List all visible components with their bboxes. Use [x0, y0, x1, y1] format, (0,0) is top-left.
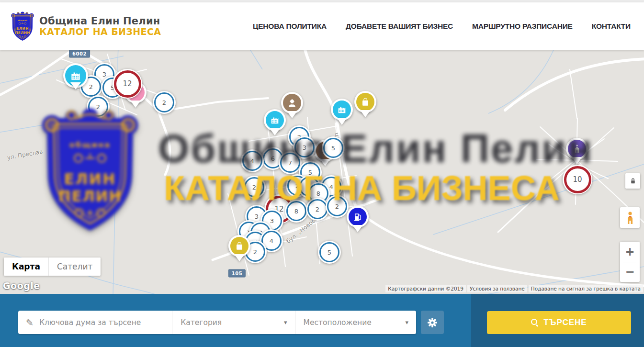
- search-button-label: ТЪРСЕНЕ: [543, 318, 587, 327]
- factory-pin[interactable]: [63, 63, 88, 88]
- map-attribution: Картографски данни ©2019Условия за ползв…: [385, 285, 643, 292]
- road-badge: 105: [228, 269, 246, 278]
- attribution-link[interactable]: Подаване на сигнал за грешка в картата: [529, 285, 643, 292]
- keyword-search-input[interactable]: [38, 318, 172, 327]
- factory-icon: [65, 65, 86, 86]
- cluster-marker[interactable]: 5: [322, 136, 345, 159]
- factory-pin[interactable]: [331, 99, 353, 121]
- svg-text:ПЕЛИН: ПЕЛИН: [15, 31, 30, 35]
- zoom-out-button[interactable]: −: [620, 262, 640, 282]
- gear-icon: [427, 317, 438, 328]
- category-dropdown[interactable]: Категория ▾: [172, 311, 294, 334]
- factory-icon: [333, 101, 351, 119]
- nav-item[interactable]: КОНТАКТИ: [592, 22, 631, 31]
- road-badge: 6002: [69, 50, 90, 58]
- map-type-map-button[interactable]: Карта: [4, 257, 48, 276]
- cluster-marker[interactable]: 2: [326, 195, 349, 218]
- zoom-control: + −: [620, 242, 640, 282]
- lock-button[interactable]: [625, 173, 640, 189]
- shopping-icon: [356, 93, 374, 111]
- pegman-button[interactable]: [620, 207, 640, 228]
- fuel-icon: [349, 208, 367, 226]
- logo-title: Община Елин Пелин: [39, 15, 161, 27]
- settings-button[interactable]: [421, 311, 444, 334]
- search-bar: ✎ Категория ▾ Местоположение ▾ ТЪРСЕНЕ: [0, 294, 644, 347]
- zoom-in-button[interactable]: +: [620, 242, 640, 262]
- map-canvas[interactable]: 6002105ул. Преславбул. „Новоселцици32512…: [0, 50, 644, 294]
- worker-pin[interactable]: [281, 92, 303, 114]
- pencil-icon: ✎: [26, 317, 34, 328]
- attribution-link[interactable]: Условия за ползване: [467, 285, 527, 292]
- search-button[interactable]: ТЪРСЕНЕ: [487, 311, 631, 334]
- nav-item[interactable]: ЦЕНОВА ПОЛИТИКА: [253, 22, 327, 31]
- shopping-pin[interactable]: [354, 91, 376, 113]
- category-dropdown-label: Категория: [181, 318, 284, 327]
- cluster-marker[interactable]: 5: [318, 241, 341, 264]
- header: община ЕЛИН ПЕЛИН Община Елин Пелин КАТА…: [0, 2, 644, 50]
- location-dropdown-label: Местоположение: [304, 318, 406, 327]
- map-type-satellite-button[interactable]: Сателит: [48, 257, 101, 276]
- nav-item[interactable]: ДОБАВЕТЕ ВАШИЯТ БИЗНЕС: [346, 22, 453, 31]
- google-logo[interactable]: Google: [3, 280, 40, 291]
- shopping-icon: [230, 237, 249, 255]
- shopping-pin[interactable]: [228, 235, 250, 257]
- lock-icon: [629, 177, 637, 185]
- chevron-down-icon: ▾: [405, 319, 408, 326]
- logo-subtitle: КАТАЛОГ НА БИЗНЕСА: [39, 27, 161, 37]
- cluster-marker[interactable]: 2: [243, 176, 266, 199]
- main-nav: ЦЕНОВА ПОЛИТИКАДОБАВЕТЕ ВАШИЯТ БИЗНЕСМАР…: [253, 22, 631, 31]
- attribution-text: Картографски данни ©2019: [385, 285, 466, 292]
- location-dropdown[interactable]: Местоположение ▾: [295, 311, 416, 334]
- cluster-marker[interactable]: 12: [113, 69, 142, 99]
- cluster-marker[interactable]: 8: [285, 200, 308, 223]
- worker-icon: [283, 94, 301, 112]
- nav-item[interactable]: МАРШРУТНО РАЗПИСАНИЕ: [472, 22, 573, 31]
- chevron-down-icon: ▾: [284, 319, 287, 326]
- search-input-group: ✎ Категория ▾ Местоположение ▾: [18, 311, 416, 334]
- cluster-marker[interactable]: 7: [279, 151, 302, 174]
- fuel-pin[interactable]: [347, 206, 369, 228]
- church-icon: [568, 140, 586, 158]
- svg-text:ЕЛИН: ЕЛИН: [16, 26, 29, 31]
- cluster-marker[interactable]: 4: [241, 149, 264, 172]
- municipality-emblem-icon: община ЕЛИН ПЕЛИН: [11, 11, 34, 42]
- church-pin[interactable]: [566, 138, 588, 160]
- site-logo[interactable]: община ЕЛИН ПЕЛИН Община Елин Пелин КАТА…: [11, 11, 161, 42]
- search-icon: [531, 319, 539, 326]
- svg-text:община: община: [18, 19, 28, 22]
- map-type-control: Карта Сателит: [4, 257, 101, 276]
- pegman-icon: [624, 211, 636, 224]
- cluster-marker[interactable]: 2: [153, 91, 176, 114]
- keyword-section: ✎: [18, 311, 172, 334]
- cluster-marker[interactable]: 2: [87, 95, 110, 118]
